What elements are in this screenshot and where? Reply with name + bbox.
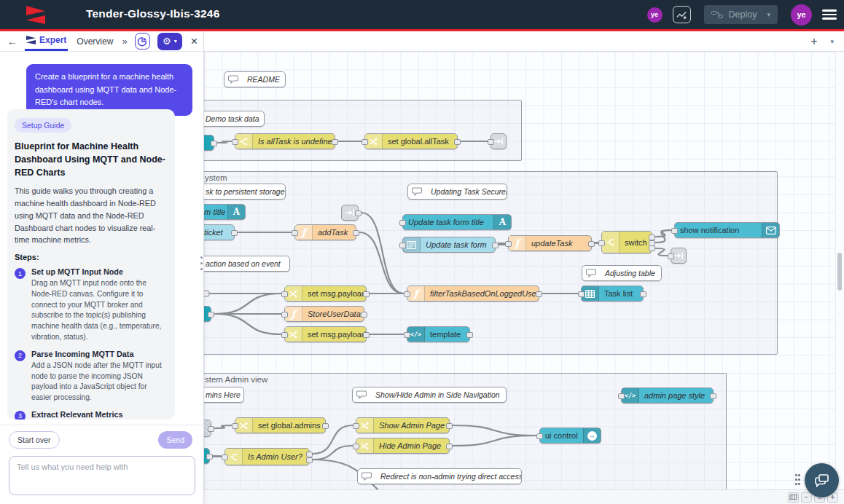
input-port[interactable] <box>292 230 298 236</box>
input-port[interactable] <box>362 139 368 145</box>
node-link-node-2[interactable] <box>341 205 359 221</box>
port[interactable] <box>204 291 209 296</box>
panel-resize-handle[interactable] <box>200 256 203 270</box>
node-link-out-2[interactable] <box>671 248 687 264</box>
input-port[interactable] <box>536 433 543 439</box>
wire[interactable] <box>453 436 536 446</box>
node-show-hide-admin[interactable]: Show/Hide Admin in Side Navigation <box>352 387 507 403</box>
back-arrow-icon[interactable]: ← <box>7 36 17 47</box>
output-port[interactable] <box>211 141 217 146</box>
input-port[interactable] <box>281 332 288 338</box>
output-port[interactable] <box>231 230 238 236</box>
input-port[interactable] <box>671 228 678 234</box>
wire[interactable] <box>214 294 281 314</box>
output-port[interactable] <box>361 312 367 318</box>
input-port[interactable] <box>353 423 359 429</box>
input-port[interactable] <box>505 241 512 247</box>
canvas-scrollbar[interactable] <box>835 52 844 489</box>
output-port[interactable] <box>208 426 214 432</box>
wire[interactable] <box>217 141 232 143</box>
input-port[interactable] <box>353 444 359 449</box>
input-port[interactable] <box>281 291 288 297</box>
scrollbar-thumb[interactable] <box>837 253 842 291</box>
output-port[interactable] <box>454 139 461 145</box>
node-link-out-1[interactable] <box>491 133 507 149</box>
output-port[interactable] <box>492 243 499 248</box>
node-admins-here[interactable]: mins Here <box>204 387 244 403</box>
output-port[interactable] <box>649 235 655 240</box>
node-update-task-form-title[interactable]: Update task form titleA <box>402 214 512 230</box>
node-is-admin-user[interactable]: Is Admin User? <box>224 448 310 465</box>
input-port[interactable] <box>399 243 406 248</box>
output-port[interactable] <box>355 210 362 216</box>
node-readme[interactable]: README <box>224 71 286 87</box>
output-port[interactable] <box>208 312 214 318</box>
node-ticket[interactable]: ticket <box>204 224 235 240</box>
wire[interactable] <box>214 425 232 428</box>
output-port[interactable] <box>306 452 313 457</box>
assistant-chat-fab[interactable] <box>805 463 839 497</box>
ai-flow-icon[interactable] <box>673 6 691 23</box>
output-port[interactable] <box>206 454 213 460</box>
flow-canvas[interactable]: ystemstem Admin viewREADMEDemo task data… <box>204 52 835 489</box>
node-task-list[interactable]: Task list <box>581 286 644 302</box>
avatar-user[interactable]: ye <box>791 4 812 25</box>
node-ui-control[interactable]: ui control→ <box>539 428 601 444</box>
input-port[interactable] <box>222 454 228 460</box>
node-is-alltask-undefined[interactable]: Is allTask is undefined <box>235 133 335 149</box>
wire[interactable] <box>213 456 222 457</box>
wire[interactable] <box>655 248 668 256</box>
node-template[interactable]: </>template <box>407 326 470 342</box>
node-show-notification[interactable]: show notification <box>674 222 780 238</box>
node-update-task-form[interactable]: Update task form <box>402 237 496 253</box>
input-port[interactable] <box>618 393 625 399</box>
input-port[interactable] <box>488 139 494 145</box>
output-port[interactable] <box>710 393 716 399</box>
close-icon[interactable]: × <box>191 35 198 48</box>
assistant-input[interactable] <box>9 456 195 495</box>
output-port[interactable] <box>446 444 453 449</box>
output-port[interactable] <box>363 332 370 338</box>
node-set-global-admins[interactable]: set global.admins <box>235 417 326 433</box>
output-port[interactable] <box>446 423 453 429</box>
input-port[interactable] <box>668 253 674 259</box>
pie-chart-button[interactable] <box>135 33 151 50</box>
input-port[interactable] <box>578 291 585 297</box>
input-port[interactable] <box>404 291 410 297</box>
avatar-small[interactable]: ye <box>647 7 663 23</box>
node-stub-2[interactable] <box>204 306 211 322</box>
settings-dropdown-button[interactable]: ⚙ ▾ <box>157 33 182 50</box>
fab-drag-handle[interactable] <box>795 474 801 487</box>
node-hide-admin-page[interactable]: Hide Admin Page <box>356 438 450 454</box>
wire[interactable] <box>359 232 404 294</box>
node-gray-hatch-stub[interactable] <box>204 420 211 437</box>
output-port[interactable] <box>363 291 370 297</box>
node-filtertask[interactable]: ƒfilterTaskBasedOnLoggedUser <box>407 286 539 302</box>
node-addtask[interactable]: ƒaddTask <box>294 224 356 240</box>
node-demo-task-data[interactable]: Demo task data <box>204 111 265 127</box>
node-switch[interactable]: switch <box>601 231 652 253</box>
output-port[interactable] <box>466 332 473 338</box>
node-form-title[interactable]: m titleA <box>204 204 246 220</box>
start-over-button[interactable]: Start over <box>9 431 60 449</box>
wire[interactable] <box>214 314 281 334</box>
output-port[interactable] <box>640 291 646 297</box>
menu-icon[interactable] <box>822 9 837 20</box>
node-persistent-storage[interactable]: sk to persistent storage <box>204 184 286 200</box>
tab-overflow-icon[interactable]: » <box>122 36 127 47</box>
tab-expert[interactable]: Expert <box>25 31 68 51</box>
input-port[interactable] <box>232 139 238 145</box>
node-stub-link-1[interactable] <box>204 135 214 151</box>
node-storeuserdata[interactable]: ƒStoreUserData <box>284 306 364 322</box>
input-port[interactable] <box>404 332 410 338</box>
node-updating-task-securely[interactable]: Updating Task Securely <box>407 184 507 200</box>
output-port[interactable] <box>649 245 655 251</box>
node-set-global-alltask[interactable]: set global.allTask <box>364 133 458 149</box>
node-set-msg-payload-2[interactable]: set msg.payload <box>284 326 367 342</box>
output-port[interactable] <box>536 291 542 297</box>
node-stub-3[interactable] <box>204 448 210 464</box>
tab-overview[interactable]: Overview <box>75 31 114 51</box>
node-action-based-on-event[interactable]: action based on event <box>204 256 290 272</box>
send-button[interactable]: Send <box>158 431 192 449</box>
output-port[interactable] <box>353 230 359 236</box>
